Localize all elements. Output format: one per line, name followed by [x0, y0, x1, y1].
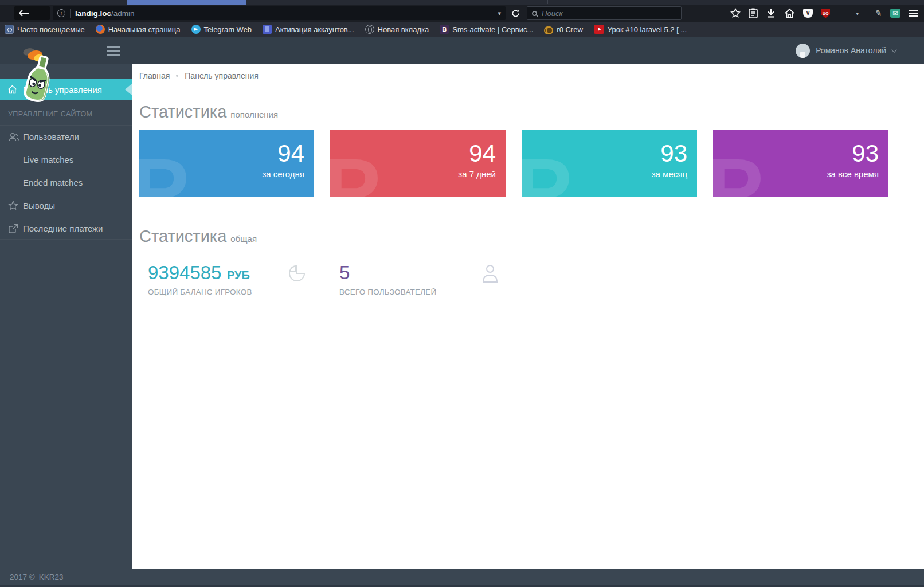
bookmarks-bar: Часто посещаемые Начальная страница Tele… — [0, 22, 924, 37]
users-icon — [8, 132, 23, 142]
card-label: за сегодня — [262, 169, 304, 179]
sidebar-item-label: Последние платежи — [23, 224, 103, 233]
bookmark-label: r0 Crew — [557, 25, 583, 34]
bookmark-item[interactable]: r0 Crew — [544, 25, 583, 34]
clipboard-icon — [749, 8, 758, 18]
bookmark-star-button[interactable] — [730, 8, 741, 18]
card-label: за 7 дней — [458, 169, 496, 179]
user-name: Романов Анатолий — [816, 46, 886, 55]
tab-separator — [758, 0, 758, 4]
hamburger-icon — [909, 13, 918, 14]
back-arrow-icon — [19, 10, 29, 17]
deposits-section-heading: Статистика пополнения — [139, 102, 924, 122]
sidebar-item-ended-matches[interactable]: Ended matches — [0, 171, 132, 194]
breadcrumb-home-link[interactable]: Главная — [139, 71, 170, 80]
copyright-text: 2017 © — [10, 573, 35, 581]
stat-value: 9394585 — [148, 262, 221, 283]
sidebar-item-label: Пользователи — [23, 132, 79, 142]
card-label: за все время — [827, 169, 879, 179]
sidebar-item-withdrawals[interactable]: Выводы — [0, 194, 132, 217]
card-value: 94 — [469, 142, 496, 166]
bookmark-item[interactable]: Часто посещаемые — [5, 25, 85, 34]
hamburger-icon — [107, 54, 120, 56]
bookmark-label: Новая вкладка — [378, 25, 429, 34]
section-title: Статистика — [139, 102, 226, 122]
site-info-icon[interactable]: i — [57, 9, 65, 17]
card-value: 94 — [277, 142, 304, 166]
avatar — [796, 44, 810, 58]
stat-card-week: Р 94 за 7 дней — [330, 130, 506, 197]
section-title: Статистика — [139, 226, 226, 246]
bookmark-item[interactable]: B Sms-activate | Сервис... — [440, 25, 533, 34]
browser-tab-strip — [0, 0, 924, 5]
browser-menu-button[interactable] — [909, 13, 918, 14]
section-subtitle: общая — [230, 234, 257, 244]
downloads-button[interactable] — [766, 8, 776, 18]
reload-button[interactable] — [511, 9, 520, 18]
sidebar-item-label: Ended matches — [23, 178, 83, 187]
ruble-watermark-icon: Р — [330, 146, 381, 197]
breadcrumb: Главная Панель управления — [132, 64, 924, 87]
hamburger-icon — [107, 50, 120, 52]
url-bar[interactable]: i landig.loc /admin ▾ — [53, 6, 506, 20]
stat-total-users: 5 ВСЕГО ПОЛЬЗОВАТЕЛЕЙ — [330, 263, 522, 296]
site-favicon — [263, 25, 272, 34]
home-button[interactable] — [784, 8, 795, 18]
user-menu[interactable]: Романов Анатолий — [796, 37, 895, 64]
url-dropdown-icon[interactable]: ▾ — [498, 10, 501, 17]
divider — [867, 8, 867, 18]
sidebar-item-label: Выводы — [23, 201, 55, 210]
youtube-icon — [594, 25, 604, 34]
stat-total-balance: 9394585 РУБ ОБЩИЙ БАЛАНС ИГРОКОВ — [139, 263, 330, 296]
general-stats-row: 9394585 РУБ ОБЩИЙ БАЛАНС ИГРОКОВ 5 ВСЕГО… — [139, 263, 924, 296]
stat-card-today: Р 94 за сегодня — [139, 130, 314, 197]
extension-icon[interactable] — [838, 9, 848, 18]
search-icon — [532, 11, 537, 16]
section-subtitle: пополнения — [230, 109, 278, 119]
back-button[interactable] — [14, 6, 50, 20]
bookmark-item[interactable]: Начальная страница — [96, 25, 181, 34]
search-bar[interactable] — [527, 6, 682, 20]
pie-chart-icon — [288, 264, 307, 285]
bookmarks-menu-button[interactable] — [749, 8, 758, 18]
bookmark-item[interactable]: Активация аккаунтов... — [263, 25, 354, 34]
bookmark-label: Часто посещаемые — [17, 25, 85, 34]
general-section-heading: Статистика общая — [139, 226, 924, 246]
sidebar-item-live-matches[interactable]: Live matches — [0, 148, 132, 171]
divider — [70, 9, 71, 18]
url-host: landig.loc — [75, 9, 111, 18]
bookmark-label: Sms-activate | Сервис... — [452, 25, 533, 34]
mail-extension-icon[interactable]: ✉ — [890, 9, 900, 18]
bookmark-item[interactable]: Новая вкладка — [365, 25, 429, 34]
speed-dial-icon — [5, 25, 14, 34]
hamburger-icon — [107, 46, 120, 48]
sidebar-item-label: Live matches — [23, 155, 73, 165]
ruble-watermark-icon: Р — [522, 146, 572, 197]
sidebar-toggle-button[interactable] — [107, 46, 120, 56]
breadcrumb-current: Панель управления — [185, 71, 259, 80]
sidebar-item-users[interactable]: Пользователи — [0, 125, 132, 148]
firefox-icon — [96, 25, 105, 34]
admin-header — [0, 37, 924, 64]
stat-card-month: Р 93 за месяц — [522, 130, 697, 197]
star-icon — [8, 201, 23, 210]
active-tab-indicator[interactable] — [127, 0, 246, 5]
pocket-button[interactable]: ∨ — [803, 9, 813, 18]
logo-bottle-icon[interactable] — [13, 42, 62, 105]
card-value: 93 — [852, 142, 879, 166]
active-item-arrow-icon — [125, 84, 132, 95]
breadcrumb-separator — [176, 75, 178, 77]
ublock-icon[interactable]: UO — [821, 9, 830, 18]
stat-card-alltime: Р 93 за все время — [713, 130, 888, 197]
sidebar-item-last-payments[interactable]: Последние платежи — [0, 217, 132, 240]
sms-activate-icon: B — [440, 25, 449, 34]
pencil-icon[interactable]: ✎ — [875, 8, 883, 18]
stat-unit: РУБ — [227, 269, 250, 281]
telegram-icon — [191, 25, 201, 34]
search-input[interactable] — [542, 9, 656, 18]
bookmark-item[interactable]: Telegram Web — [191, 25, 252, 34]
brand-text: KKR23 — [39, 573, 64, 581]
extension-caret-icon[interactable]: ▾ — [856, 10, 859, 17]
app-footer: 2017 © KKR23 — [0, 569, 924, 587]
bookmark-item[interactable]: Урок #10 laravel 5.2 [ ... — [594, 25, 687, 34]
